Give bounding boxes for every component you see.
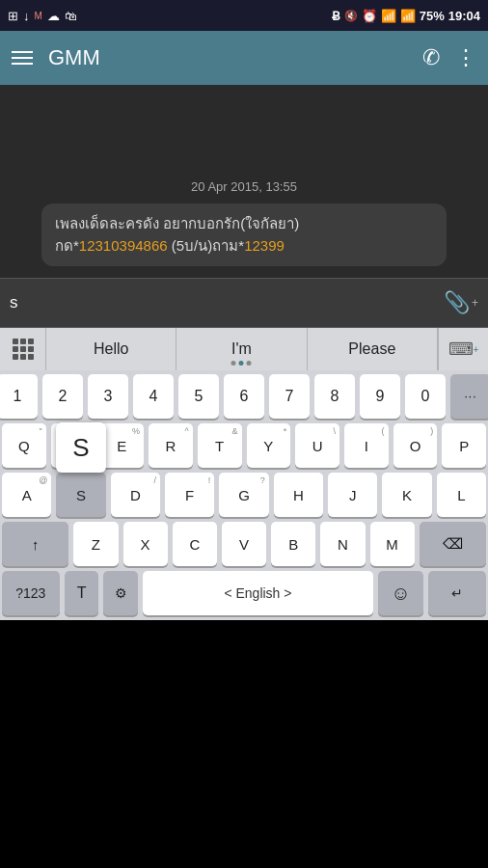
key-more[interactable]: ··· [450,374,488,419]
mangorock-icon: M [35,11,42,21]
zxcv-row: ↑ Z X C V B N M ⌫ [2,522,486,566]
suggestion-dots [231,361,252,366]
keyboard-plus-icon: + [474,344,479,355]
bluetooth-icon: Ƀ [332,9,340,23]
key-3[interactable]: 3 [88,374,128,419]
key-g[interactable]: ?G [219,473,268,517]
key-q[interactable]: "Q [2,423,46,468]
enter-key[interactable]: ↵ [428,571,486,615]
key-4[interactable]: 4 [133,374,174,419]
chat-bubble: เพลงเด็ดละครดัง อยากบอกรัก(ใจกัลยา) กด*1… [41,203,447,266]
chat-area: 20 Apr 2015, 13:55 เพลงเด็ดละครดัง อยากบ… [0,85,488,278]
key-j[interactable]: J [328,473,377,517]
time-display: 19:04 [448,9,480,23]
menu-button[interactable] [12,51,33,65]
suggestion-please[interactable]: Please [308,328,438,370]
battery-percent: 75% [420,9,445,23]
key-l[interactable]: L [437,473,486,517]
asdf-row: @A S S /D !F ?G H J K L [2,473,486,517]
suggestion-hello[interactable]: Hello [46,328,176,370]
phone-link-2[interactable]: 12399 [244,237,285,254]
key-a[interactable]: @A [2,473,51,517]
backspace-key[interactable]: ⌫ [420,522,486,566]
paperclip-icon: 📎 [444,290,470,315]
key-1[interactable]: 1 [0,374,38,419]
bottom-row: ?123 T ⚙ < English > ☺ ↵ [2,571,486,615]
number-row: 1 2 3 4 5 6 7 8 9 0 ··· [2,374,486,419]
key-b[interactable]: B [271,522,315,566]
keyboard: 1 2 3 4 5 6 7 8 9 0 ··· "Q 'W %E ^R &T *… [0,370,488,620]
grid-icon [13,339,34,360]
emoji-icon: ☺ [391,583,410,605]
key-c[interactable]: C [173,522,217,566]
key-0[interactable]: 0 [405,374,446,419]
key-9[interactable]: 9 [360,374,400,419]
key-t[interactable]: &T [198,423,242,468]
suggestion-im[interactable]: I'm [176,328,307,370]
key-z[interactable]: Z [73,522,118,566]
wifi-icon: 📶 [381,9,396,23]
key-6[interactable]: 6 [224,374,264,419]
enter-icon: ↵ [451,585,463,601]
grid-icon: ⊞ [8,9,18,23]
text-type-key[interactable]: T [65,571,99,615]
key-f[interactable]: !F [165,473,214,517]
space-key[interactable]: < English > [143,571,373,615]
attach-plus-icon: + [472,296,478,310]
call-button[interactable]: ✆ [422,45,440,70]
attach-button[interactable]: 📎 + [444,290,478,315]
emoji-grid-button[interactable] [0,328,46,370]
signal-icon: 📶 [400,9,416,23]
key-i[interactable]: (I [344,423,389,468]
key-d[interactable]: /D [111,473,160,517]
suggestions-bar: Hello I'm Please ⌨ + [0,328,488,370]
status-icons-left: ⊞ ↓ M ☁ 🛍 [8,9,77,23]
cloud-icon: ☁ [47,9,60,23]
key-u[interactable]: \U [295,423,339,468]
phone-link-1[interactable]: 12310394866 [79,237,168,254]
key-e[interactable]: %E [99,423,144,468]
key-s[interactable]: S S [56,473,105,517]
app-title: GMM [48,45,407,70]
key-k[interactable]: K [382,473,431,517]
key-7[interactable]: 7 [269,374,310,419]
shift-icon: ↑ [32,536,40,553]
key-y[interactable]: *Y [247,423,291,468]
backspace-icon: ⌫ [443,535,463,553]
mute-icon: 🔇 [344,10,358,22]
key-8[interactable]: 8 [314,374,355,419]
status-bar: ⊞ ↓ M ☁ 🛍 Ƀ 🔇 ⏰ 📶 📶 75% 19:04 [0,0,488,31]
message-timestamp: 20 Apr 2015, 13:55 [191,179,297,194]
key-x[interactable]: X [123,522,168,566]
key-v[interactable]: V [222,522,266,566]
key-2[interactable]: 2 [42,374,83,419]
settings-icon: ⚙ [115,585,127,601]
status-icons-right: Ƀ 🔇 ⏰ 📶 📶 75% 19:04 [332,9,480,23]
key-5[interactable]: 5 [178,374,219,419]
key-r[interactable]: ^R [149,423,193,468]
text-type-icon: T [77,584,87,602]
keyboard-icon: ⌨ [448,339,474,360]
more-options-button[interactable]: ⋮ [455,45,476,70]
keyboard-settings-button[interactable]: ⌨ + [438,328,488,370]
message-text-prefix: กด* [55,237,79,254]
key-m[interactable]: M [370,522,415,566]
num-sym-key[interactable]: ?123 [2,571,60,615]
download-icon: ↓ [23,9,30,23]
key-s-popup: S [56,422,106,473]
input-row: 📎 + [0,278,488,328]
message-text-line1: เพลงเด็ดละครดัง อยากบอกรัก(ใจกัลยา) [55,215,299,231]
emoji-key[interactable]: ☺ [378,571,424,615]
message-text-middle: (5บ/น)ถาม* [168,237,245,254]
alarm-icon: ⏰ [362,9,377,23]
settings-key[interactable]: ⚙ [103,571,138,615]
key-o[interactable]: )O [393,423,438,468]
key-p[interactable]: P [442,423,486,468]
key-n[interactable]: N [320,522,365,566]
key-h[interactable]: H [274,473,323,517]
message-input[interactable] [10,293,444,312]
bag-icon: 🛍 [65,9,77,23]
app-bar: GMM ✆ ⋮ [0,31,488,85]
shift-key[interactable]: ↑ [2,522,68,566]
